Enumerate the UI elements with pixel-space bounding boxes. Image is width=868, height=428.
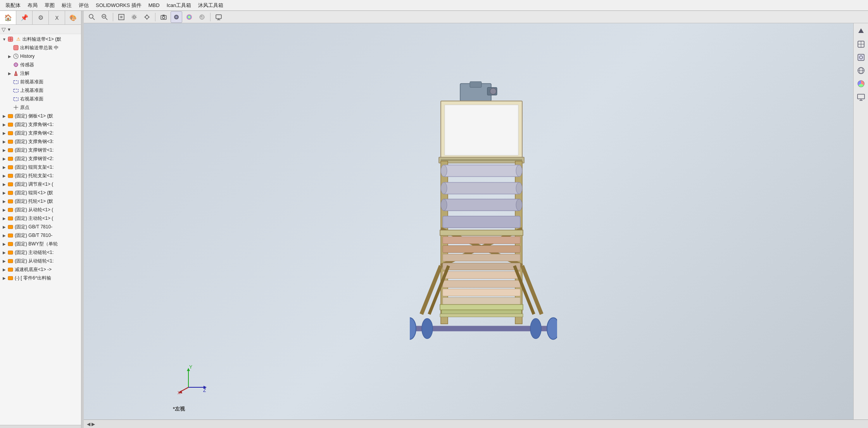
expand-part2[interactable]: ▶ — [2, 123, 7, 127]
svg-rect-32 — [8, 268, 13, 271]
gear-btn[interactable] — [128, 11, 140, 23]
expand-part3[interactable]: ▶ — [2, 131, 7, 135]
menu-sketch[interactable]: 草图 — [41, 1, 58, 10]
rfp-monitor[interactable] — [855, 91, 867, 103]
feature-tree[interactable]: ▼ ⚠ 出料输送带<1> (默 出料输送带总装 中 ▶ — [0, 34, 81, 425]
tree-item-part13[interactable]: ▶ (固定) 主动轮<1> ( — [0, 214, 81, 223]
expand-part14[interactable]: ▶ — [2, 225, 7, 229]
menu-layout[interactable]: 布局 — [24, 1, 41, 10]
rfp-arrow-up[interactable] — [855, 25, 867, 37]
expand-part15[interactable]: ▶ — [2, 233, 7, 238]
tree-item-part6[interactable]: ▶ (固定) 支撑钢管<2: — [0, 154, 81, 163]
tree-item-sensor[interactable]: 传感器 — [0, 60, 81, 69]
expand-part7[interactable]: ▶ — [2, 165, 7, 169]
expand-part17[interactable]: ▶ — [2, 250, 7, 255]
svg-rect-21 — [8, 174, 13, 178]
menu-mbd[interactable]: MBD — [145, 2, 163, 9]
tree-item-part11[interactable]: ▶ (固定) 托轮<1> (默 — [0, 197, 81, 205]
expand-part13[interactable]: ▶ — [2, 216, 7, 221]
view-display-btn[interactable] — [171, 11, 182, 23]
tab-property-manager[interactable]: 📌 — [16, 11, 33, 24]
svg-point-77 — [516, 199, 522, 211]
expand-part6[interactable]: ▶ — [2, 157, 7, 161]
tree-item-part4[interactable]: ▶ (固定) 支撑角钢<3: — [0, 137, 81, 146]
tree-item-part16[interactable]: ▶ (固定) BWY型（单轮 — [0, 240, 81, 248]
status-scroll[interactable]: ◀ ▶ — [87, 421, 95, 427]
camera-btn[interactable] — [158, 11, 169, 23]
tree-item-part5[interactable]: ▶ (固定) 支撑钢管<1: — [0, 146, 81, 154]
tree-item-part10[interactable]: ▶ (固定) 辊筒<1> (默 — [0, 188, 81, 197]
expand-part9[interactable]: ▶ — [2, 182, 7, 186]
expand-part5[interactable]: ▶ — [2, 148, 7, 152]
rfp-view2[interactable] — [855, 51, 867, 64]
tree-item-part7[interactable]: ▶ (固定) 辊筒支架<1: — [0, 163, 81, 171]
expand-root[interactable]: ▼ — [2, 37, 7, 41]
svg-point-52 — [175, 16, 178, 18]
expand-part1[interactable]: ▶ — [2, 114, 7, 118]
tree-item-plane-front[interactable]: 前视基准面 — [0, 78, 81, 86]
tree-label-part13: (固定) 主动轮<1> ( — [15, 215, 53, 222]
svg-rect-26 — [8, 217, 13, 220]
expand-history[interactable]: ▶ — [7, 54, 12, 59]
svg-rect-75 — [443, 199, 520, 211]
settings-btn[interactable] — [141, 11, 153, 23]
expand-part10[interactable]: ▶ — [2, 191, 7, 195]
svg-line-35 — [93, 18, 95, 20]
tree-item-part14[interactable]: ▶ (固定) GB/T 7810- — [0, 223, 81, 231]
tree-item-part20[interactable]: ▶ (-) [ 零件6^出料输 — [0, 274, 81, 282]
tree-item-part17[interactable]: ▶ (固定) 主动链轮<1: — [0, 248, 81, 257]
expand-part18[interactable]: ▶ — [2, 259, 7, 263]
rfp-view1[interactable] — [855, 38, 867, 50]
tree-label-part14: (固定) GB/T 7810- — [15, 224, 52, 230]
box-btn[interactable] — [116, 11, 127, 23]
search-btn[interactable] — [86, 11, 98, 23]
expand-part20[interactable]: ▶ — [2, 276, 7, 280]
rfp-color-wheel[interactable] — [855, 78, 867, 90]
tree-item-annotation[interactable]: ▶ 注解 — [0, 69, 81, 78]
tree-item-part18[interactable]: ▶ (固定) 从动链轮<1: — [0, 257, 81, 265]
tree-item-assembly-main[interactable]: 出料输送带总装 中 — [0, 43, 81, 52]
panel-scrollbar[interactable] — [0, 425, 81, 428]
viewport[interactable]: Y Z X *左视 — [84, 23, 868, 419]
menu-evaluate[interactable]: 评估 — [76, 1, 92, 10]
expand-part11[interactable]: ▶ — [2, 199, 7, 204]
tab-config-manager[interactable]: ⚙ — [33, 11, 49, 24]
tree-item-part1[interactable]: ▶ (固定) 侧板<1> (默 — [0, 112, 81, 120]
menu-ican[interactable]: Ican工具箱 — [164, 1, 195, 10]
expand-part16[interactable]: ▶ — [2, 242, 7, 246]
expand-part8[interactable]: ▶ — [2, 174, 7, 178]
menu-sw-plugins[interactable]: SOLIDWORKS 插件 — [93, 1, 145, 10]
expand-part19[interactable]: ▶ — [2, 268, 7, 272]
monitor-btn[interactable] — [213, 11, 224, 23]
rfp-globe[interactable] — [855, 64, 867, 77]
tree-item-part8[interactable]: ▶ (固定) 托轮支架<1: — [0, 171, 81, 180]
tab-feature-manager[interactable]: 🏠 — [0, 11, 16, 24]
tree-label-part20: (-) [ 零件6^出料输 — [15, 275, 51, 281]
icon-history — [12, 53, 19, 59]
expand-part12[interactable]: ▶ — [2, 208, 7, 212]
menu-mufeng[interactable]: 沐风工具箱 — [195, 1, 226, 10]
color-btn[interactable] — [183, 11, 195, 23]
expand-part4[interactable]: ▶ — [2, 140, 7, 144]
tab-display-manager[interactable]: 🎨 — [65, 11, 81, 24]
appearance-btn[interactable] — [196, 11, 208, 23]
menu-annotation[interactable]: 标注 — [59, 1, 75, 10]
tree-item-part9[interactable]: ▶ (固定) 调节座<1> ( — [0, 180, 81, 188]
filter-icon[interactable]: ▽ — [2, 26, 6, 33]
tree-item-part2[interactable]: ▶ (固定) 支撑角钢<1: — [0, 120, 81, 129]
tree-item-part3[interactable]: ▶ (固定) 支撑角钢<2: — [0, 129, 81, 137]
filter-dropdown[interactable]: ▼ — [7, 27, 11, 32]
tree-item-part12[interactable]: ▶ (固定) 从动轮<1> ( — [0, 205, 81, 214]
expand-annotation[interactable]: ▶ — [7, 71, 12, 76]
tree-item-plane-right[interactable]: 右视基准面 — [0, 95, 81, 103]
tree-item-root[interactable]: ▼ ⚠ 出料输送带<1> (默 — [0, 35, 81, 43]
tree-item-plane-top[interactable]: 上视基准面 — [0, 86, 81, 95]
svg-rect-90 — [440, 304, 523, 310]
tree-item-history[interactable]: ▶ History — [0, 52, 81, 60]
tab-dimxpert[interactable]: Ⅹ — [49, 11, 65, 24]
search2-btn[interactable] — [99, 11, 110, 23]
tree-item-part15[interactable]: ▶ (固定) GB/T 7810- — [0, 231, 81, 240]
menu-assembly[interactable]: 装配体 — [2, 1, 24, 10]
tree-item-part19[interactable]: ▶ 减速机底座<1> -> — [0, 265, 81, 274]
tree-item-origin[interactable]: 原点 — [0, 103, 81, 112]
